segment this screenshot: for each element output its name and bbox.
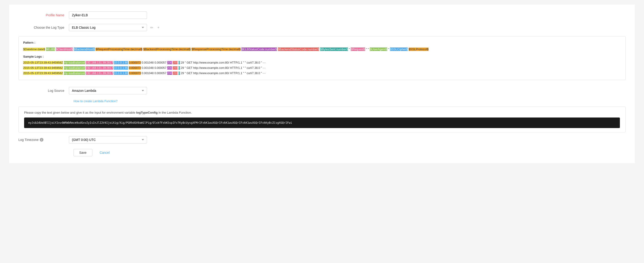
pattern-token-datetime: $Datetime:date$ xyxy=(23,47,45,51)
save-button[interactable]: Save xyxy=(74,149,92,156)
log-source-row: Log Source Amazon Lambda xyxy=(18,87,626,94)
log-source-label: Log Source xyxy=(18,89,69,92)
pattern-token-backendhost: $BackendHost$ xyxy=(74,47,95,51)
timezone-select[interactable]: (GMT 0:00) UTC xyxy=(69,136,147,143)
log-type-row: Choose the Log Type ELB Classic Log ✏ + xyxy=(18,24,626,31)
log-type-select[interactable]: ELB Classic Log xyxy=(69,24,147,31)
timezone-label-group: Log Timezone i xyxy=(18,138,69,142)
profile-name-row: Profile Name xyxy=(18,11,626,19)
pattern-token-clienthost: $ClientHost$ xyxy=(56,47,73,51)
config-desc-before: Please copy the text given below and giv… xyxy=(24,111,136,114)
pattern-box: Pattern : $Datetime:date$ $ELB$ $ClientH… xyxy=(18,36,626,80)
profile-name-input[interactable] xyxy=(69,11,147,19)
add-log-type-button[interactable]: + xyxy=(156,24,160,30)
pattern-token-elb: $ELB$ xyxy=(46,47,55,51)
pattern-label: Pattern : xyxy=(23,40,621,45)
sample-log-row-2: 2015-05-13T23:39:43.945958Z my-loadbalan… xyxy=(23,66,621,70)
sample-log-row-1: 2015-05-13T23:39:43.945958Z my-loadbalan… xyxy=(23,60,621,65)
lambda-link[interactable]: How to create Lambda Function? xyxy=(74,99,626,103)
pattern-token-sslcipher: $SSLCipher$ xyxy=(390,47,408,51)
pattern-token-elbstatus: $ELBStatusCode:number$ xyxy=(242,47,277,51)
pattern-text: $Datetime:date$ $ELB$ $ClientHost$ $Back… xyxy=(23,47,621,52)
pattern-token-backendtime: $BackendProcessingTime:decimal$ xyxy=(143,47,191,51)
config-box: Please copy the text given below and giv… xyxy=(18,106,626,132)
pattern-token-reqtime: $RequestProcessingTime:decimal$ xyxy=(96,47,142,51)
config-var-name: logTypeConfig xyxy=(136,111,158,114)
timezone-select-group: (GMT 0:00) UTC xyxy=(69,136,147,143)
pattern-token-request: $Request$ xyxy=(351,47,365,51)
profile-name-label: Profile Name xyxy=(18,13,69,17)
log-type-label: Choose the Log Type xyxy=(18,26,69,29)
timezone-row: Log Timezone i (GMT 0:00) UTC xyxy=(18,136,626,143)
pattern-token-backendstatus: $BackendStatusCode:number$ xyxy=(278,47,320,51)
pattern-token-sslprotocol: $SSLProtocol$ xyxy=(408,47,428,51)
config-desc-after: in the Lambda Function. xyxy=(158,111,192,114)
timezone-info-icon: i xyxy=(40,138,44,142)
log-source-select-group: Amazon Lambda xyxy=(69,87,147,94)
pattern-token-resptime: $ResponseProcessingTime:decimal$ xyxy=(192,47,241,51)
log-source-select[interactable]: Amazon Lambda xyxy=(69,87,147,94)
edit-log-type-button[interactable]: ✏ xyxy=(149,24,154,31)
config-description: Please copy the text given below and giv… xyxy=(24,111,620,114)
cancel-button[interactable]: Cancel xyxy=(96,149,114,156)
sample-label: Sample Logs : xyxy=(23,54,621,59)
sample-log-row-3: 2015-05-13T23:39:43.945958Z my-loadbalan… xyxy=(23,71,621,76)
log-type-select-group: ELB Classic Log ✏ + xyxy=(69,24,160,31)
config-value: eyJsb2dUeXBlIjoiY2xvdWRWbRmcm9udGxvZyIsI… xyxy=(24,117,620,128)
action-buttons: Save Cancel xyxy=(18,149,626,156)
pattern-token-bytessent: $BytesSent:number$ xyxy=(320,47,348,51)
pattern-token-useragent: $UserAgent$ xyxy=(370,47,387,51)
timezone-label: Log Timezone xyxy=(18,138,38,142)
